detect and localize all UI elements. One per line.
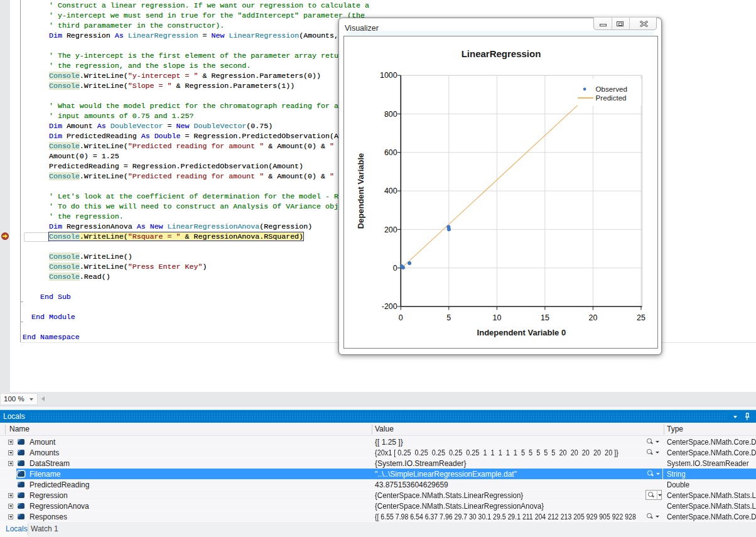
svg-text:Dependent Variable: Dependent Variable [356, 153, 365, 229]
svg-text:LinearRegression: LinearRegression [462, 48, 541, 59]
svg-text:0: 0 [399, 313, 403, 322]
svg-text:400: 400 [384, 187, 397, 195]
svg-text:Independent Variable 0: Independent Variable 0 [477, 328, 566, 337]
svg-text:600: 600 [384, 148, 397, 157]
svg-text:200: 200 [384, 225, 397, 234]
svg-text:-200: -200 [382, 302, 397, 311]
svg-text:20: 20 [589, 313, 598, 322]
svg-text:1000: 1000 [380, 71, 397, 80]
svg-text:25: 25 [637, 313, 645, 322]
svg-text:Predicted: Predicted [596, 94, 627, 102]
svg-text:15: 15 [541, 313, 549, 322]
svg-text:800: 800 [384, 110, 397, 119]
svg-text:10: 10 [493, 313, 502, 322]
svg-text:0: 0 [393, 264, 397, 273]
svg-text:5: 5 [446, 313, 451, 322]
svg-text:Observed: Observed [596, 85, 627, 93]
